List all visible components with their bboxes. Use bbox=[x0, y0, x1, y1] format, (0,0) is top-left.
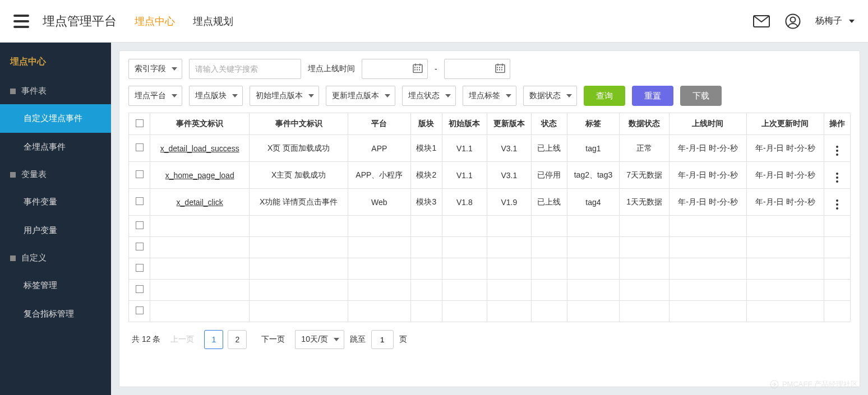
reset-button[interactable]: 重置 bbox=[632, 86, 673, 106]
user-avatar-icon[interactable] bbox=[784, 12, 802, 30]
row-checkbox[interactable] bbox=[136, 306, 144, 314]
svg-rect-3 bbox=[413, 65, 422, 73]
svg-rect-8 bbox=[417, 69, 418, 71]
column-header: 初始版本 bbox=[442, 113, 487, 135]
sidebar-item[interactable]: 用户变量 bbox=[0, 216, 111, 245]
cell-tag: tag4 bbox=[567, 189, 620, 216]
search-input[interactable] bbox=[189, 59, 301, 79]
query-button[interactable]: 查询 bbox=[584, 86, 625, 106]
chevron-down-icon bbox=[308, 94, 314, 97]
dd-status[interactable]: 埋点状态 bbox=[402, 86, 456, 106]
jump-input[interactable] bbox=[371, 330, 394, 349]
row-more-icon[interactable] bbox=[836, 199, 838, 210]
sidebar-item[interactable]: 标签管理 bbox=[0, 271, 111, 300]
dd-module[interactable]: 埋点版块 bbox=[189, 86, 243, 106]
events-table: 事件英文标识事件中文标识平台版块初始版本更新版本状态标签数据状态上线时间上次更新… bbox=[128, 113, 851, 322]
cell-online-t: 年-月-日 时-分-秒 bbox=[670, 162, 747, 189]
event-en-link[interactable]: x_detail_load_success bbox=[160, 144, 239, 153]
cell-online-t: 年-月-日 时-分-秒 bbox=[670, 189, 747, 216]
checkbox-all[interactable] bbox=[136, 119, 144, 127]
cell-cn: X页 页面加载成功 bbox=[250, 135, 348, 162]
row-checkbox[interactable] bbox=[136, 197, 144, 205]
cell-update-t: 年-月-日 时-分-秒 bbox=[746, 135, 824, 162]
sidebar: 埋点中心 事件表自定义埋点事件全埋点事件变量表事件变量用户变量自定义标签管理复合… bbox=[0, 43, 111, 395]
per-page-select[interactable]: 10天/页 bbox=[295, 330, 344, 349]
nav-tab-center[interactable]: 埋点中心 bbox=[135, 15, 175, 28]
row-more-icon[interactable] bbox=[836, 146, 838, 156]
chevron-down-icon bbox=[849, 20, 855, 23]
dd-init-version[interactable]: 初始埋点版本 bbox=[250, 86, 319, 106]
svg-rect-6 bbox=[419, 67, 420, 68]
cell-upd-v: V3.1 bbox=[487, 162, 532, 189]
row-more-icon[interactable] bbox=[836, 173, 838, 183]
svg-point-2 bbox=[791, 17, 796, 22]
cell-platform: APP、小程序 bbox=[348, 162, 410, 189]
dd-tag[interactable]: 埋点标签 bbox=[463, 86, 516, 106]
row-checkbox[interactable] bbox=[136, 170, 144, 178]
main: 索引字段 埋点上线时间 - 埋点平台 埋点版块 初始埋点版本 bbox=[111, 43, 868, 395]
column-header: 操作 bbox=[824, 113, 850, 135]
next-page-button[interactable]: 下一页 bbox=[257, 330, 289, 349]
column-header: 状态 bbox=[532, 113, 567, 135]
table-row: x_detail_clickX功能 详情页点击事件Web模块3V1.8V1.9已… bbox=[129, 189, 851, 216]
event-en-link[interactable]: x_home_page_load bbox=[165, 171, 234, 180]
hamburger-menu-icon[interactable] bbox=[13, 15, 29, 28]
svg-rect-7 bbox=[414, 69, 415, 71]
download-button[interactable]: 下载 bbox=[680, 86, 722, 106]
cell-tag: tag2、tag3 bbox=[567, 162, 620, 189]
dd-data-status[interactable]: 数据状态 bbox=[523, 86, 577, 106]
svg-rect-15 bbox=[499, 69, 500, 71]
sidebar-group: 自定义 bbox=[0, 245, 111, 271]
prev-page-button[interactable]: 上一页 bbox=[166, 330, 198, 349]
cell-module: 模块2 bbox=[410, 162, 442, 189]
svg-rect-5 bbox=[417, 67, 418, 68]
cell-update-t: 年-月-日 时-分-秒 bbox=[746, 189, 824, 216]
chevron-down-icon bbox=[566, 94, 572, 97]
cell-init-v: V1.8 bbox=[442, 189, 487, 216]
chevron-down-icon bbox=[445, 94, 451, 97]
table-row: x_detail_load_successX页 页面加载成功APP模块1V1.1… bbox=[129, 135, 851, 162]
row-checkbox[interactable] bbox=[136, 285, 144, 293]
page-number-button[interactable]: 1 bbox=[204, 330, 223, 349]
table-row: x_home_page_loadX主页 加载成功APP、小程序模块2V1.1V3… bbox=[129, 162, 851, 189]
sidebar-item[interactable]: 事件变量 bbox=[0, 188, 111, 216]
cell-module: 模块1 bbox=[410, 135, 442, 162]
dd-platform[interactable]: 埋点平台 bbox=[128, 86, 182, 106]
sidebar-group-label: 变量表 bbox=[21, 169, 47, 180]
date-sep: - bbox=[435, 64, 437, 73]
row-checkbox[interactable] bbox=[136, 264, 144, 272]
nav-tab-plan[interactable]: 埋点规划 bbox=[193, 15, 233, 28]
header: 埋点管理平台 埋点中心 埋点规划 杨梅子 bbox=[0, 0, 868, 43]
dd-update-version[interactable]: 更新埋点版本 bbox=[326, 86, 395, 106]
jump-label: 跳至 bbox=[350, 334, 366, 345]
mail-icon[interactable] bbox=[752, 12, 770, 30]
page-number-button[interactable]: 2 bbox=[228, 330, 247, 349]
svg-rect-14 bbox=[497, 69, 498, 71]
row-checkbox[interactable] bbox=[136, 143, 144, 151]
row-checkbox[interactable] bbox=[136, 221, 144, 229]
sidebar-group: 事件表 bbox=[0, 78, 111, 104]
svg-rect-13 bbox=[501, 67, 502, 68]
column-header: 标签 bbox=[567, 113, 620, 135]
chevron-down-icon bbox=[232, 94, 238, 97]
column-header: 上线时间 bbox=[670, 113, 747, 135]
event-en-link[interactable]: x_detail_click bbox=[177, 198, 223, 207]
sidebar-item[interactable]: 自定义埋点事件 bbox=[0, 104, 111, 133]
sidebar-item[interactable]: 复合指标管理 bbox=[0, 300, 111, 328]
user-menu[interactable]: 杨梅子 bbox=[815, 15, 855, 27]
chevron-down-icon bbox=[172, 67, 177, 71]
sidebar-item[interactable]: 全埋点事件 bbox=[0, 133, 111, 161]
dd-index-field[interactable]: 索引字段 bbox=[128, 59, 182, 79]
table-row-empty bbox=[129, 237, 851, 258]
table-row-empty bbox=[129, 301, 851, 322]
row-checkbox[interactable] bbox=[136, 243, 144, 250]
date-to[interactable] bbox=[444, 59, 510, 79]
chevron-down-icon bbox=[172, 94, 177, 97]
svg-rect-9 bbox=[419, 69, 420, 71]
online-time-label: 埋点上线时间 bbox=[308, 64, 355, 74]
date-from[interactable] bbox=[362, 59, 428, 79]
cell-init-v: V1.1 bbox=[442, 162, 487, 189]
column-header: 数据状态 bbox=[620, 113, 670, 135]
cell-update-t: 年-月-日 时-分-秒 bbox=[746, 162, 824, 189]
column-header: 平台 bbox=[348, 113, 410, 135]
